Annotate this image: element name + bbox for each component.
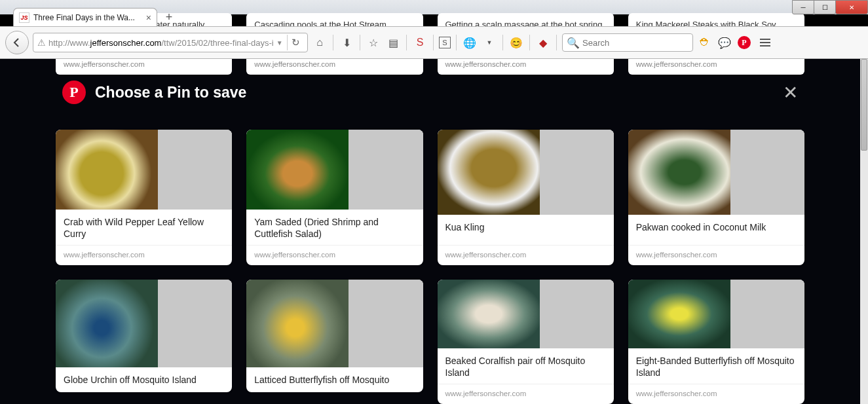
search-input[interactable] bbox=[582, 38, 692, 48]
pin-photo bbox=[628, 280, 730, 348]
page-viewport: Hot Stream sign -- the water naturally s… bbox=[0, 59, 860, 404]
tab-strip: JS Three Final Days in the Wa... × + bbox=[13, 8, 177, 26]
menu-button[interactable] bbox=[756, 33, 774, 52]
pin-card[interactable]: Latticed Butterflyfish off Mosquitowww.j… bbox=[246, 280, 423, 392]
pin-image-side bbox=[540, 280, 614, 348]
url-domain: jeffersonscher.com bbox=[90, 38, 162, 48]
bookmark-star-icon[interactable]: ☆ bbox=[366, 35, 381, 50]
pin-image-side bbox=[158, 130, 232, 210]
back-button[interactable] bbox=[5, 31, 29, 54]
pin-image-side bbox=[349, 280, 423, 367]
pin-image-side bbox=[730, 280, 804, 348]
bg-card-source: www.jeffersonscher.com bbox=[64, 60, 224, 68]
pin-image bbox=[246, 130, 423, 210]
pin-image bbox=[628, 130, 804, 215]
reader-icon[interactable]: ▤ bbox=[385, 35, 401, 50]
extension-icon-1[interactable]: S bbox=[412, 35, 428, 50]
extension-icon-4[interactable]: 😊 bbox=[508, 35, 524, 50]
address-bar[interactable]: ⚠ http://www.jeffersonscher.com/ttw/2015… bbox=[33, 33, 308, 52]
pin-title: Globe Urchin off Mosquito Island bbox=[64, 374, 224, 386]
pin-title: Kua Kling bbox=[445, 221, 606, 233]
pin-source: www.jeffersonscher.com bbox=[246, 245, 423, 265]
new-tab-button[interactable]: + bbox=[161, 9, 177, 25]
pin-image-side bbox=[540, 130, 614, 215]
pin-image-side bbox=[730, 130, 804, 215]
pin-image bbox=[246, 280, 423, 367]
modal-header: P Choose a Pin to save ✕ bbox=[62, 81, 798, 104]
pin-card[interactable]: Eight-Banded Butterflyfish off Mosquito … bbox=[628, 280, 804, 404]
scrollbar-thumb[interactable] bbox=[861, 59, 867, 151]
pin-title: Latticed Butterflyfish off Mosquito bbox=[254, 374, 415, 386]
back-arrow-icon bbox=[12, 37, 22, 48]
modal-overlay[interactable]: Hot Stream sign -- the water naturally s… bbox=[0, 59, 860, 404]
vertical-scrollbar[interactable] bbox=[860, 59, 868, 404]
pin-source: www.jeffersonscher.com bbox=[438, 384, 614, 404]
url-path: /ttw/2015/02/three-final-days-i bbox=[161, 38, 273, 48]
chat-icon[interactable]: 💬 bbox=[717, 35, 732, 50]
search-box[interactable]: 🔍 bbox=[562, 33, 693, 52]
pin-photo bbox=[438, 130, 540, 215]
pin-body: Kua Kling bbox=[438, 215, 614, 245]
search-icon: 🔍 bbox=[567, 37, 580, 49]
dropdown-icon[interactable]: ▼ bbox=[276, 39, 283, 46]
separator bbox=[333, 35, 333, 50]
pin-body: Latticed Butterflyfish off Mosquito bbox=[246, 367, 423, 392]
modal-title: Choose a Pin to save bbox=[95, 84, 774, 101]
pin-card[interactable]: Globe Urchin off Mosquito Islandwww.jeff… bbox=[56, 280, 232, 392]
pin-card[interactable]: Crab with Wild Pepper Leaf Yellow Curryw… bbox=[56, 130, 232, 265]
pin-body: Pakwan cooked in Coconut Milk bbox=[628, 215, 804, 245]
maximize-button[interactable]: ☐ bbox=[814, 0, 836, 14]
tab-close-icon[interactable]: × bbox=[146, 12, 151, 23]
minimize-button[interactable]: ─ bbox=[792, 0, 814, 14]
pin-title: Eight-Banded Butterflyfish off Mosquito … bbox=[636, 355, 797, 378]
bg-card-source: www.jeffersonscher.com bbox=[254, 60, 415, 68]
downloads-icon[interactable]: ⬇ bbox=[339, 35, 354, 50]
separator bbox=[502, 35, 503, 50]
browser-tab[interactable]: JS Three Final Days in the Wa... × bbox=[13, 8, 157, 26]
separator bbox=[456, 35, 457, 50]
pin-body: Crab with Wild Pepper Leaf Yellow Curry bbox=[56, 210, 232, 245]
pin-title: Crab with Wild Pepper Leaf Yellow Curry bbox=[64, 216, 224, 240]
pin-body: Globe Urchin off Mosquito Island bbox=[56, 367, 232, 392]
pin-body: Beaked Coralfish pair off Mosquito Islan… bbox=[438, 348, 614, 384]
extension-hardhat-icon[interactable]: ⛑ bbox=[697, 35, 713, 50]
pin-image bbox=[438, 130, 614, 215]
pin-source: www.jeffersonscher.com bbox=[438, 245, 614, 265]
extension-icon-5[interactable]: ◆ bbox=[535, 35, 551, 50]
separator bbox=[529, 35, 530, 50]
pin-photo bbox=[56, 130, 158, 210]
url-prefix: http://www. bbox=[48, 38, 90, 48]
pin-body: Yam Saded (Dried Shrimp and Cuttlefish S… bbox=[246, 210, 423, 245]
separator bbox=[433, 35, 434, 50]
pin-grid: Crab with Wild Pepper Leaf Yellow Curryw… bbox=[56, 130, 804, 404]
extension-icon-2[interactable]: S bbox=[439, 37, 451, 48]
bg-card-source: www.jeffersonscher.com bbox=[636, 60, 797, 68]
tab-title: Three Final Days in the Wa... bbox=[33, 13, 142, 22]
modal-close-icon[interactable]: ✕ bbox=[783, 82, 798, 103]
pin-card[interactable]: Pakwan cooked in Coconut Milkwww.jeffers… bbox=[628, 130, 804, 265]
pin-image-side bbox=[349, 130, 423, 210]
security-icon: ⚠ bbox=[37, 37, 46, 48]
pin-photo bbox=[438, 280, 540, 348]
pin-title: Yam Saded (Dried Shrimp and Cuttlefish S… bbox=[254, 216, 415, 240]
extension-icon-3[interactable]: 🌐 bbox=[462, 35, 478, 50]
close-window-button[interactable]: ✕ bbox=[835, 0, 868, 14]
home-icon[interactable]: ⌂ bbox=[312, 35, 328, 50]
reload-icon[interactable]: ↻ bbox=[292, 37, 300, 48]
dropdown-caret-icon[interactable]: ▼ bbox=[481, 35, 497, 50]
pin-image-side bbox=[158, 280, 232, 367]
pinterest-logo-icon: P bbox=[62, 81, 86, 104]
pin-card[interactable]: Kua Klingwww.jeffersonscher.com bbox=[438, 130, 614, 265]
pin-photo bbox=[246, 280, 349, 367]
window-controls: ─ ☐ ✕ bbox=[793, 0, 868, 14]
pin-card[interactable]: Yam Saded (Dried Shrimp and Cuttlefish S… bbox=[246, 130, 423, 265]
pin-source: www.jeffersonscher.com bbox=[628, 384, 804, 404]
pinterest-toolbar-icon[interactable]: P bbox=[736, 35, 752, 50]
pin-source: www.jeffersonscher.com bbox=[628, 245, 804, 265]
separator bbox=[406, 35, 407, 50]
pin-card[interactable]: Beaked Coralfish pair off Mosquito Islan… bbox=[438, 280, 614, 404]
url-text: http://www.jeffersonscher.com/ttw/2015/0… bbox=[48, 38, 274, 48]
pin-image bbox=[56, 130, 232, 210]
pin-photo bbox=[628, 130, 730, 215]
pin-photo bbox=[56, 280, 158, 367]
